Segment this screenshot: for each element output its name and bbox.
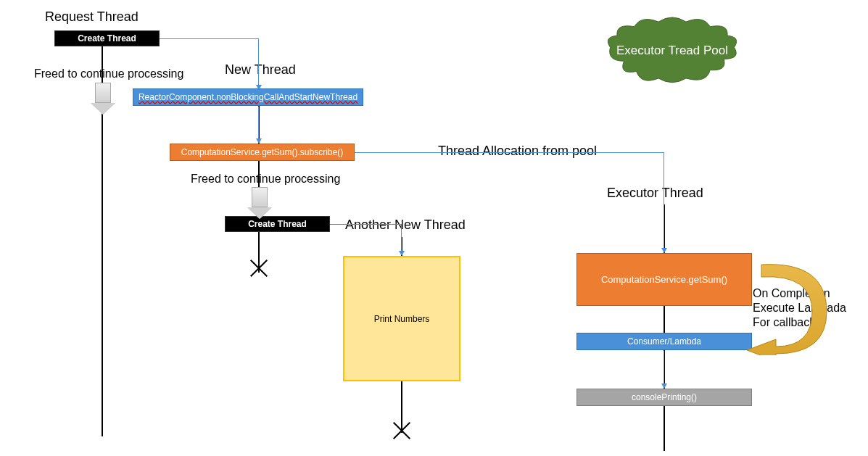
reactor-component-box: ReactorComponent.nonBlockingCallAndStart… (133, 88, 363, 106)
new-thread-title: New Thread (225, 62, 296, 78)
big-arrow-freed-2 (247, 187, 272, 219)
conn-cs-h (355, 152, 664, 153)
cloud-text: Executor Tread Pool (616, 43, 728, 58)
another-new-thread-title: Another New Thread (345, 217, 466, 233)
computation-getsum-box: ComputationService.getSum() (576, 253, 752, 306)
print-numbers-box: Print Numbers (343, 256, 460, 381)
reactor-component-text: ReactorComponent.nonBlockingCallAndStart… (139, 92, 357, 102)
create-thread-box-2: Create Thread (225, 216, 330, 232)
curved-arrow-callback (743, 261, 830, 355)
conn-ct1-h (160, 38, 259, 39)
freed-to-continue-1: Freed to continue processing (34, 67, 183, 80)
conn-ct2-h (330, 224, 402, 225)
conn-ct1-v (258, 38, 259, 86)
conn-ct2-v (401, 224, 402, 252)
freed-to-continue-2: Freed to continue processing (191, 173, 340, 186)
executor-pool-cloud: Executor Tread Pool (603, 14, 741, 87)
conn-lambda-console (664, 351, 664, 384)
console-printing-box: consolePrinting() (576, 389, 752, 406)
consumer-lambda-box: Consumer/Lambda (576, 333, 752, 350)
request-thread-title: Request Thread (45, 9, 139, 25)
executor-thread-title: Executor Thread (607, 186, 703, 201)
x-mark-another-thread (392, 420, 412, 441)
thread-allocation-label: Thread Allocation from pool (438, 144, 597, 159)
x-mark-new-thread (249, 258, 269, 278)
create-thread-box-1: Create Thread (54, 30, 160, 46)
computation-subscribe-box: ComputationService.getSum().subscribe() (170, 144, 355, 161)
conn-rc-cs (258, 107, 259, 139)
conn-cs-v (664, 152, 664, 249)
big-arrow-freed-1 (91, 83, 115, 115)
